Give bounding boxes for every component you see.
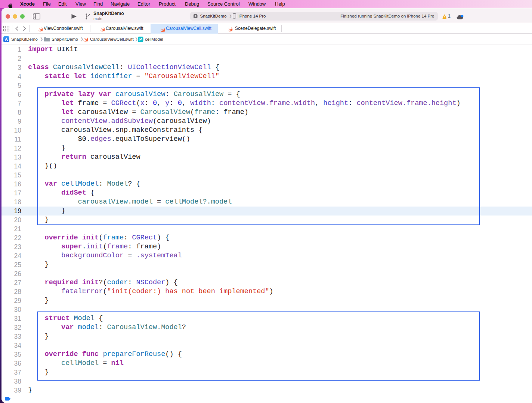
- svg-text:P: P: [139, 37, 142, 41]
